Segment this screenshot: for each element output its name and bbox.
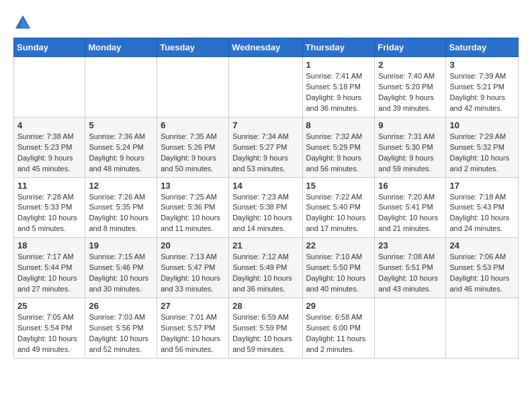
day-number: 18 [17,240,81,250]
day-cell: 7Sunrise: 7:34 AMSunset: 5:27 PMDaylight… [229,117,302,177]
day-info: Sunrise: 7:20 AMSunset: 5:41 PMDaylight:… [378,192,442,235]
calendar-table: SundayMondayTuesdayWednesdayThursdayFrid… [13,38,519,359]
day-number: 11 [17,181,81,191]
day-cell: 15Sunrise: 7:22 AMSunset: 5:40 PMDayligh… [302,177,375,238]
day-number: 20 [161,240,225,250]
day-info: Sunrise: 7:25 AMSunset: 5:36 PMDaylight:… [161,192,225,235]
day-info: Sunrise: 7:03 AMSunset: 5:56 PMDaylight:… [89,312,153,355]
logo [13,13,34,32]
column-header-sunday: Sunday [14,38,85,57]
day-cell: 8Sunrise: 7:32 AMSunset: 5:29 PMDaylight… [302,117,375,177]
day-cell: 28Sunrise: 6:59 AMSunset: 5:59 PMDayligh… [229,298,302,359]
day-cell: 26Sunrise: 7:03 AMSunset: 5:56 PMDayligh… [85,298,157,359]
day-info: Sunrise: 7:18 AMSunset: 5:43 PMDaylight:… [449,192,515,235]
day-number: 17 [449,181,515,191]
day-cell: 22Sunrise: 7:10 AMSunset: 5:50 PMDayligh… [302,238,375,298]
day-number: 13 [161,181,225,191]
column-header-wednesday: Wednesday [229,38,302,57]
day-cell [14,57,85,118]
day-cell: 14Sunrise: 7:23 AMSunset: 5:38 PMDayligh… [229,177,302,238]
page-header [13,11,519,32]
day-number: 14 [232,181,298,191]
day-info: Sunrise: 7:10 AMSunset: 5:50 PMDaylight:… [306,252,371,295]
day-info: Sunrise: 7:15 AMSunset: 5:46 PMDaylight:… [89,252,153,295]
column-header-thursday: Thursday [302,38,375,57]
day-cell: 24Sunrise: 7:06 AMSunset: 5:53 PMDayligh… [446,238,519,298]
day-number: 15 [306,181,371,191]
day-number: 26 [89,301,153,311]
day-cell: 1Sunrise: 7:41 AMSunset: 5:18 PMDaylight… [302,57,375,118]
day-number: 2 [378,60,442,70]
week-row-3: 11Sunrise: 7:28 AMSunset: 5:33 PMDayligh… [14,177,519,238]
day-cell: 16Sunrise: 7:20 AMSunset: 5:41 PMDayligh… [375,177,446,238]
column-header-saturday: Saturday [446,38,519,57]
day-cell: 21Sunrise: 7:12 AMSunset: 5:49 PMDayligh… [229,238,302,298]
day-cell: 13Sunrise: 7:25 AMSunset: 5:36 PMDayligh… [157,177,229,238]
day-info: Sunrise: 7:41 AMSunset: 5:18 PMDaylight:… [306,71,371,114]
day-cell: 4Sunrise: 7:38 AMSunset: 5:23 PMDaylight… [14,117,85,177]
day-number: 4 [17,120,81,130]
day-number: 29 [306,301,371,311]
day-info: Sunrise: 7:23 AMSunset: 5:38 PMDaylight:… [232,192,298,235]
day-info: Sunrise: 7:39 AMSunset: 5:21 PMDaylight:… [449,71,515,114]
day-number: 3 [449,60,515,70]
calendar-header: SundayMondayTuesdayWednesdayThursdayFrid… [14,38,519,57]
day-info: Sunrise: 7:40 AMSunset: 5:20 PMDaylight:… [378,71,442,114]
day-info: Sunrise: 7:22 AMSunset: 5:40 PMDaylight:… [306,192,371,235]
day-cell: 6Sunrise: 7:35 AMSunset: 5:26 PMDaylight… [157,117,229,177]
column-header-tuesday: Tuesday [157,38,229,57]
day-cell: 10Sunrise: 7:29 AMSunset: 5:32 PMDayligh… [446,117,519,177]
day-number: 23 [378,240,442,250]
week-row-1: 1Sunrise: 7:41 AMSunset: 5:18 PMDaylight… [14,57,519,118]
day-cell [157,57,229,118]
day-number: 25 [17,301,81,311]
day-cell: 2Sunrise: 7:40 AMSunset: 5:20 PMDaylight… [375,57,446,118]
day-cell: 9Sunrise: 7:31 AMSunset: 5:30 PMDaylight… [375,117,446,177]
day-number: 6 [161,120,225,130]
day-info: Sunrise: 7:13 AMSunset: 5:47 PMDaylight:… [161,252,225,295]
day-info: Sunrise: 7:06 AMSunset: 5:53 PMDaylight:… [449,252,515,295]
day-info: Sunrise: 7:05 AMSunset: 5:54 PMDaylight:… [17,312,81,355]
day-cell: 23Sunrise: 7:08 AMSunset: 5:51 PMDayligh… [375,238,446,298]
day-cell: 3Sunrise: 7:39 AMSunset: 5:21 PMDaylight… [446,57,519,118]
day-info: Sunrise: 7:35 AMSunset: 5:26 PMDaylight:… [161,132,225,175]
day-number: 12 [89,181,153,191]
day-cell: 29Sunrise: 6:58 AMSunset: 6:00 PMDayligh… [302,298,375,359]
day-cell: 18Sunrise: 7:17 AMSunset: 5:44 PMDayligh… [14,238,85,298]
day-info: Sunrise: 6:58 AMSunset: 6:00 PMDaylight:… [306,312,371,355]
day-number: 19 [89,240,153,250]
day-number: 27 [161,301,225,311]
day-number: 8 [306,120,371,130]
day-info: Sunrise: 7:32 AMSunset: 5:29 PMDaylight:… [306,132,371,175]
day-info: Sunrise: 7:26 AMSunset: 5:35 PMDaylight:… [89,192,153,235]
day-cell: 25Sunrise: 7:05 AMSunset: 5:54 PMDayligh… [14,298,85,359]
week-row-2: 4Sunrise: 7:38 AMSunset: 5:23 PMDaylight… [14,117,519,177]
day-cell: 5Sunrise: 7:36 AMSunset: 5:24 PMDaylight… [85,117,157,177]
day-info: Sunrise: 7:08 AMSunset: 5:51 PMDaylight:… [378,252,442,295]
header-row: SundayMondayTuesdayWednesdayThursdayFrid… [14,38,519,57]
day-number: 10 [449,120,515,130]
day-number: 21 [232,240,298,250]
day-number: 7 [232,120,298,130]
day-number: 9 [378,120,442,130]
column-header-friday: Friday [375,38,446,57]
day-info: Sunrise: 7:36 AMSunset: 5:24 PMDaylight:… [89,132,153,175]
week-row-5: 25Sunrise: 7:05 AMSunset: 5:54 PMDayligh… [14,298,519,359]
day-cell: 11Sunrise: 7:28 AMSunset: 5:33 PMDayligh… [14,177,85,238]
day-number: 1 [306,60,371,70]
day-info: Sunrise: 7:28 AMSunset: 5:33 PMDaylight:… [17,192,81,235]
day-info: Sunrise: 7:29 AMSunset: 5:32 PMDaylight:… [449,132,515,175]
day-info: Sunrise: 7:34 AMSunset: 5:27 PMDaylight:… [232,132,298,175]
week-row-4: 18Sunrise: 7:17 AMSunset: 5:44 PMDayligh… [14,238,519,298]
day-number: 28 [232,301,298,311]
logo-icon [13,13,32,32]
day-info: Sunrise: 7:17 AMSunset: 5:44 PMDaylight:… [17,252,81,295]
day-cell: 12Sunrise: 7:26 AMSunset: 5:35 PMDayligh… [85,177,157,238]
day-cell: 20Sunrise: 7:13 AMSunset: 5:47 PMDayligh… [157,238,229,298]
day-cell [375,298,446,359]
day-cell: 17Sunrise: 7:18 AMSunset: 5:43 PMDayligh… [446,177,519,238]
day-number: 5 [89,120,153,130]
day-info: Sunrise: 7:12 AMSunset: 5:49 PMDaylight:… [232,252,298,295]
column-header-monday: Monday [85,38,157,57]
day-cell [85,57,157,118]
